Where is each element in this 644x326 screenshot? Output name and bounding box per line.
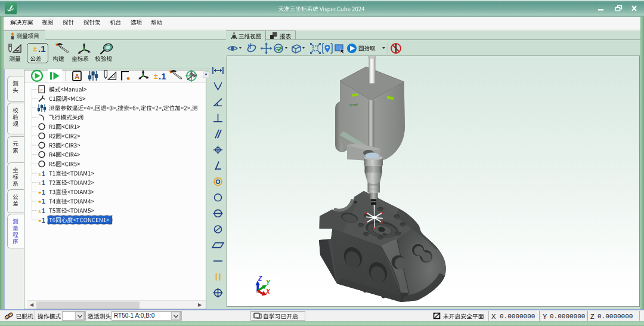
svg-text:±: ±	[39, 199, 42, 204]
svg-text:.1: .1	[38, 44, 46, 54]
svg-text:X: X	[265, 288, 271, 295]
svg-text:1: 1	[42, 207, 45, 214]
svg-text:A: A	[75, 73, 79, 80]
svg-text:±: ±	[39, 171, 42, 177]
svg-text:±: ±	[39, 180, 42, 186]
svg-text:a: a	[41, 87, 43, 93]
svg-text:1: 1	[42, 189, 45, 196]
svg-text:±: ±	[39, 208, 42, 214]
svg-text:±: ±	[33, 44, 37, 53]
svg-text:Z: Z	[258, 275, 262, 282]
svg-text:±: ±	[39, 218, 42, 223]
svg-text:±: ±	[39, 190, 42, 195]
svg-text:1: 1	[42, 179, 45, 186]
svg-text:.1: .1	[159, 71, 166, 81]
svg-text:±: ±	[154, 72, 158, 81]
svg-text:1: 1	[42, 217, 45, 224]
svg-text:1: 1	[42, 170, 45, 177]
svg-text:1: 1	[42, 198, 45, 205]
